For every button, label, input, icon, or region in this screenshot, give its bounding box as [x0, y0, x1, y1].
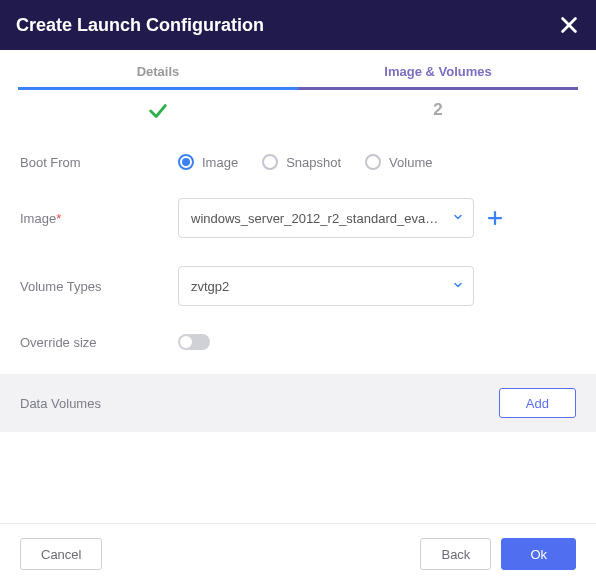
tab-image-volumes[interactable]: Image & Volumes [298, 64, 578, 90]
image-select[interactable]: windows_server_2012_r2_standard_eva… [178, 198, 474, 238]
spacer [0, 432, 596, 523]
override-size-label: Override size [20, 335, 178, 350]
row-boot-from: Boot From Image Snapshot Volume [20, 154, 576, 170]
image-label: Image* [20, 211, 178, 226]
row-override-size: Override size [20, 334, 576, 350]
radio-image-label: Image [202, 155, 238, 170]
radio-volume[interactable]: Volume [365, 154, 432, 170]
close-icon [558, 14, 580, 36]
boot-from-radio-group: Image Snapshot Volume [178, 154, 432, 170]
radio-image[interactable]: Image [178, 154, 238, 170]
radio-snapshot[interactable]: Snapshot [262, 154, 341, 170]
dialog-header: Create Launch Configuration [0, 0, 596, 50]
row-volume-types: Volume Types zvtgp2 [20, 266, 576, 306]
data-volumes-section: Data Volumes Add [0, 374, 596, 432]
volume-types-label: Volume Types [20, 279, 178, 294]
override-size-toggle[interactable] [178, 334, 210, 350]
radio-icon [178, 154, 194, 170]
required-indicator: * [56, 211, 61, 226]
back-button[interactable]: Back [420, 538, 491, 570]
add-volume-button[interactable]: Add [499, 388, 576, 418]
radio-icon [262, 154, 278, 170]
checkmark-icon [147, 100, 169, 122]
add-image-button[interactable] [484, 207, 506, 229]
row-image: Image* windows_server_2012_r2_standard_e… [20, 198, 576, 238]
dialog-title: Create Launch Configuration [16, 15, 264, 36]
radio-volume-label: Volume [389, 155, 432, 170]
volume-types-select-wrap: zvtgp2 [178, 266, 474, 306]
step-indicator-row: 2 [0, 90, 596, 132]
radio-icon [365, 154, 381, 170]
cancel-button[interactable]: Cancel [20, 538, 102, 570]
data-volumes-label: Data Volumes [20, 396, 101, 411]
close-button[interactable] [558, 14, 580, 36]
boot-from-label: Boot From [20, 155, 178, 170]
dialog-footer: Cancel Back Ok [0, 523, 596, 584]
plus-icon [486, 209, 504, 227]
radio-snapshot-label: Snapshot [286, 155, 341, 170]
footer-right-group: Back Ok [420, 538, 576, 570]
wizard-tabs: Details Image & Volumes [0, 64, 596, 90]
volume-types-select[interactable]: zvtgp2 [178, 266, 474, 306]
ok-button[interactable]: Ok [501, 538, 576, 570]
image-label-text: Image [20, 211, 56, 226]
step-2-indicator: 2 [298, 96, 578, 132]
tab-details[interactable]: Details [18, 64, 298, 90]
step-1-indicator [18, 96, 298, 132]
image-select-wrap: windows_server_2012_r2_standard_eva… [178, 198, 474, 238]
form-body: Boot From Image Snapshot Volume Image* w… [0, 132, 596, 370]
